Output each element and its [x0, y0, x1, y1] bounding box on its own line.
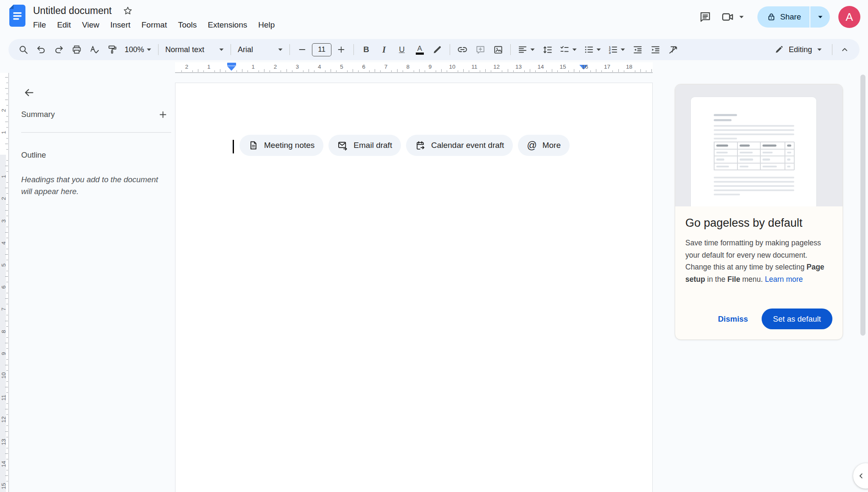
ruler-number: 6	[362, 64, 365, 70]
bulleted-list-icon	[584, 44, 594, 55]
first-line-indent-marker[interactable]	[227, 63, 236, 66]
ruler-number: 9	[428, 64, 432, 70]
ruler-number: 15	[0, 484, 7, 489]
undo-button[interactable]	[33, 42, 49, 58]
minus-icon	[298, 45, 307, 54]
increase-font-size-button[interactable]	[333, 42, 349, 58]
font-select[interactable]: Arial	[235, 42, 285, 58]
meeting-notes-chip[interactable]: Meeting notes	[239, 135, 323, 156]
open-comments-button[interactable]	[693, 5, 717, 29]
ruler-tick	[6, 238, 8, 238]
chevron-down-icon	[818, 16, 823, 19]
ruler-tick	[6, 437, 8, 437]
ruler-tick	[618, 69, 619, 72]
spelling-check-button[interactable]	[86, 42, 103, 58]
menu-file[interactable]: File	[28, 19, 52, 31]
docs-logo-icon[interactable]	[9, 5, 25, 27]
align-button[interactable]	[515, 42, 537, 58]
toolbar-divider	[353, 44, 354, 55]
add-comment-button[interactable]	[472, 42, 488, 58]
line-spacing-button[interactable]	[539, 42, 555, 58]
join-call-button[interactable]	[719, 11, 748, 23]
numbered-list-button[interactable]: 123	[605, 42, 628, 58]
ruler-tick	[5, 298, 8, 299]
collapse-panel-button[interactable]	[853, 463, 868, 489]
increase-indent-button[interactable]	[647, 42, 663, 58]
toolbar-divider	[231, 44, 231, 55]
insert-link-button[interactable]	[454, 42, 470, 58]
chip-label: Email draft	[353, 141, 392, 150]
menu-view[interactable]: View	[76, 19, 105, 31]
vertical-scrollbar[interactable]	[860, 75, 865, 336]
menu-format[interactable]: Format	[136, 19, 172, 31]
learn-more-link[interactable]: Learn more	[765, 275, 803, 284]
decrease-indent-button[interactable]	[629, 42, 645, 58]
highlight-color-button[interactable]	[429, 42, 445, 58]
dismiss-button[interactable]: Dismiss	[709, 309, 757, 329]
text-color-button[interactable]: A	[412, 42, 428, 58]
mini-table-cell	[760, 156, 785, 163]
ruler-number: 3	[296, 64, 299, 70]
bulleted-list-button[interactable]	[581, 42, 604, 58]
ruler-tick	[6, 271, 8, 271]
skeleton-line	[714, 125, 794, 127]
insert-image-button[interactable]	[490, 42, 506, 58]
plus-icon	[158, 110, 168, 120]
menu-insert[interactable]: Insert	[105, 19, 136, 31]
document-title[interactable]: Untitled document	[33, 5, 111, 17]
ruler-tick	[612, 70, 613, 72]
account-avatar[interactable]: A	[838, 6, 860, 28]
lock-icon	[767, 12, 776, 22]
menu-extensions[interactable]: Extensions	[202, 19, 253, 31]
ruler-tick	[5, 343, 8, 343]
menu-edit[interactable]: Edit	[52, 19, 77, 31]
align-left-icon	[517, 44, 528, 55]
ruler-tick	[6, 83, 8, 83]
print-button[interactable]	[69, 42, 85, 58]
email-draft-chip[interactable]: Email draft	[328, 135, 401, 156]
outline-label: Outline	[21, 150, 46, 160]
ruler-tick	[5, 276, 8, 277]
underline-button[interactable]: U	[394, 42, 410, 58]
close-outline-button[interactable]	[19, 83, 38, 102]
search-menus-button[interactable]	[15, 42, 31, 58]
editing-mode-button[interactable]: Editing	[768, 42, 828, 58]
ruler-tick	[358, 70, 359, 72]
zoom-select[interactable]: 100%	[122, 42, 154, 58]
star-icon[interactable]	[122, 6, 133, 16]
building-blocks-row: Meeting notes Email draft Calendar event…	[239, 135, 570, 156]
ruler-tick	[6, 160, 8, 161]
share-button[interactable]: Share	[757, 6, 830, 28]
font-size-input[interactable]: 11	[312, 43, 331, 56]
hide-menus-button[interactable]	[837, 42, 853, 58]
ruler-tick	[5, 453, 8, 454]
paragraph-style-select[interactable]: Normal text	[163, 42, 226, 58]
ruler-number: 14	[0, 461, 7, 467]
more-building-blocks-chip[interactable]: @ More	[518, 135, 570, 156]
checklist-button[interactable]	[557, 42, 579, 58]
ruler-tick	[6, 227, 8, 227]
mini-table-cell	[714, 149, 737, 156]
menu-help[interactable]: Help	[253, 19, 280, 31]
ruler-tick	[635, 70, 635, 72]
ruler-tick	[331, 69, 331, 72]
add-summary-button[interactable]	[154, 106, 171, 123]
decrease-font-size-button[interactable]	[294, 42, 310, 58]
bold-button[interactable]: B	[358, 42, 374, 58]
clear-formatting-button[interactable]	[665, 42, 681, 58]
skeleton-line	[714, 194, 740, 195]
ruler-tick	[480, 70, 480, 72]
italic-button[interactable]: I	[376, 42, 392, 58]
ruler-tick	[203, 70, 204, 72]
paint-format-button[interactable]	[104, 42, 120, 58]
ruler-tick	[6, 116, 8, 117]
app-header: Untitled document File Edit View Insert …	[0, 0, 868, 38]
set-as-default-button[interactable]: Set as default	[762, 309, 832, 329]
redo-button[interactable]	[51, 42, 67, 58]
ruler-number: 9	[0, 350, 7, 356]
document-page[interactable]: Meeting notes Email draft Calendar event…	[175, 83, 653, 492]
menu-tools[interactable]: Tools	[172, 19, 202, 31]
ruler-tick	[458, 70, 458, 72]
share-menu-button[interactable]	[810, 6, 830, 28]
calendar-event-draft-chip[interactable]: Calendar event draft	[406, 135, 513, 156]
